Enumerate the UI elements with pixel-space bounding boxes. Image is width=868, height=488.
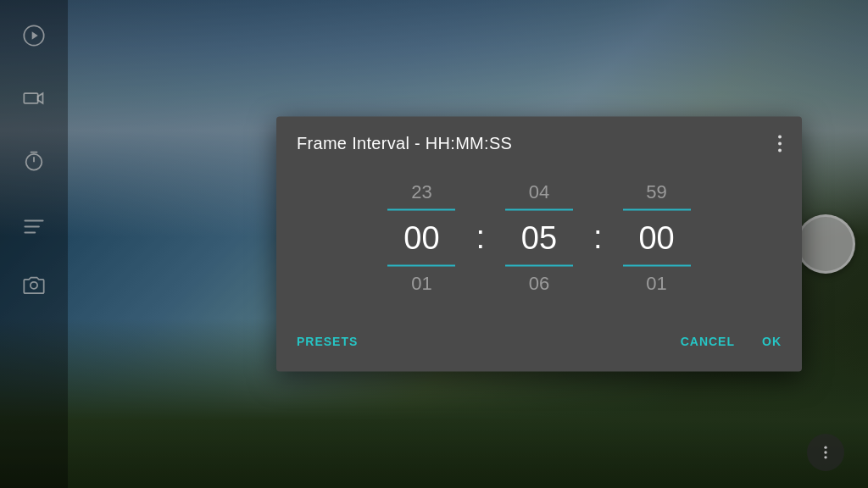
hours-above: 23: [411, 175, 431, 209]
seconds-column: 59 00 01: [606, 175, 708, 301]
hours-current[interactable]: 00: [403, 211, 439, 265]
seconds-above: 59: [646, 175, 666, 209]
presets-button[interactable]: PRESETS: [290, 324, 364, 358]
minutes-below: 06: [529, 267, 549, 301]
ok-button[interactable]: OK: [755, 324, 788, 358]
separator-2: :: [593, 219, 603, 257]
frame-interval-dialog: Frame Interval - HH:MM:SS 23 00 01 : 04 …: [276, 117, 802, 372]
dialog-more-icon[interactable]: [778, 135, 782, 152]
minutes-current[interactable]: 05: [521, 211, 557, 265]
dialog-header: Frame Interval - HH:MM:SS: [276, 117, 802, 167]
dialog-footer: PRESETS CANCEL OK: [276, 318, 802, 372]
separator-1: :: [476, 219, 485, 257]
seconds-current[interactable]: 00: [638, 211, 674, 265]
minutes-column: 04 05 06: [488, 175, 590, 301]
dialog-title: Frame Interval - HH:MM:SS: [297, 134, 512, 153]
footer-right-buttons: CANCEL OK: [667, 324, 788, 358]
hours-below: 01: [411, 267, 431, 301]
minutes-above: 04: [529, 175, 549, 209]
cancel-button[interactable]: CANCEL: [667, 324, 748, 358]
time-picker: 23 00 01 : 04 05 06 : 59 00 01: [276, 167, 802, 318]
hours-column: 23 00 01: [370, 175, 472, 301]
seconds-below: 01: [646, 267, 666, 301]
